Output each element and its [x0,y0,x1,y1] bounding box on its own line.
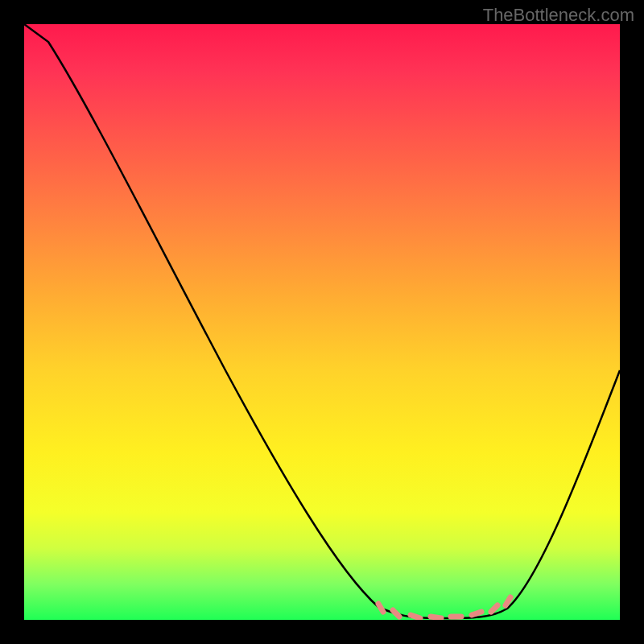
bottleneck-curve-path [24,24,620,618]
svg-line-0 [378,604,383,612]
svg-line-1 [393,610,399,617]
svg-line-6 [491,605,497,612]
watermark-text: TheBottleneck.com [483,5,634,26]
svg-line-3 [431,617,441,618]
svg-line-2 [411,615,420,618]
bottleneck-curve-svg [24,24,620,620]
svg-line-5 [472,612,481,615]
svg-line-7 [506,597,510,605]
